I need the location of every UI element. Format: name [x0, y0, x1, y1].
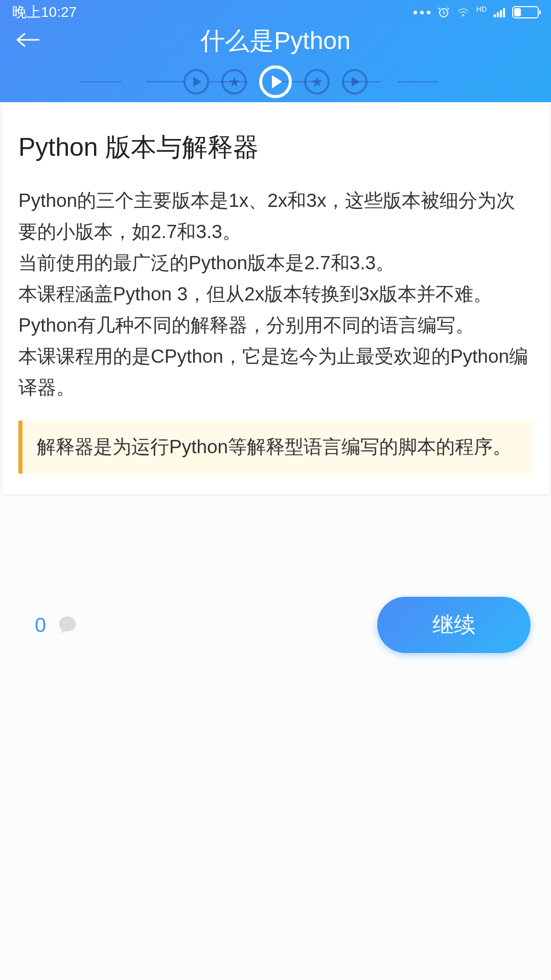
title-bar: 什么是Python	[0, 20, 551, 61]
info-callout: 解释器是为运行Python等解释型语言编写的脚本的程序。	[18, 421, 533, 473]
status-time: 晚上10:27	[12, 3, 77, 22]
star-icon: ★	[228, 74, 241, 90]
content-card: Python 版本与解释器 Python的三个主要版本是1x、2x和3x，这些版…	[2, 102, 549, 494]
star-icon: ★	[311, 74, 324, 90]
progress-step-4[interactable]: ★	[304, 69, 330, 95]
svg-point-1	[462, 15, 464, 16]
bottom-bar: 0 继续	[0, 597, 551, 653]
play-icon	[193, 77, 201, 87]
signal-icon	[494, 7, 505, 17]
page-title: 什么是Python	[15, 25, 536, 57]
progress-step-5[interactable]	[342, 69, 368, 95]
play-icon	[272, 75, 282, 88]
battery-icon	[512, 6, 539, 18]
comment-icon	[57, 615, 78, 635]
back-button[interactable]	[15, 31, 40, 51]
progress-step-1[interactable]	[183, 69, 209, 95]
content-body: Python的三个主要版本是1x、2x和3x，这些版本被细分为次要的小版本，如2…	[18, 185, 533, 403]
alarm-icon	[438, 6, 450, 18]
progress-indicator: ★ ★	[0, 61, 551, 102]
status-icons: HD	[414, 6, 539, 18]
progress-step-2[interactable]: ★	[221, 69, 247, 95]
progress-step-3-current[interactable]	[259, 65, 292, 98]
wifi-icon	[457, 7, 469, 17]
hd-label: HD	[476, 5, 487, 13]
content-heading: Python 版本与解释器	[18, 130, 533, 165]
app-header: 晚上10:27 HD 什么是Python ★ ★	[0, 0, 551, 102]
play-icon	[352, 77, 360, 87]
more-icon	[414, 11, 430, 14]
continue-button[interactable]: 继续	[377, 597, 531, 653]
comment-area[interactable]: 0	[35, 614, 78, 637]
status-bar: 晚上10:27 HD	[0, 0, 551, 20]
comment-count: 0	[35, 614, 46, 637]
